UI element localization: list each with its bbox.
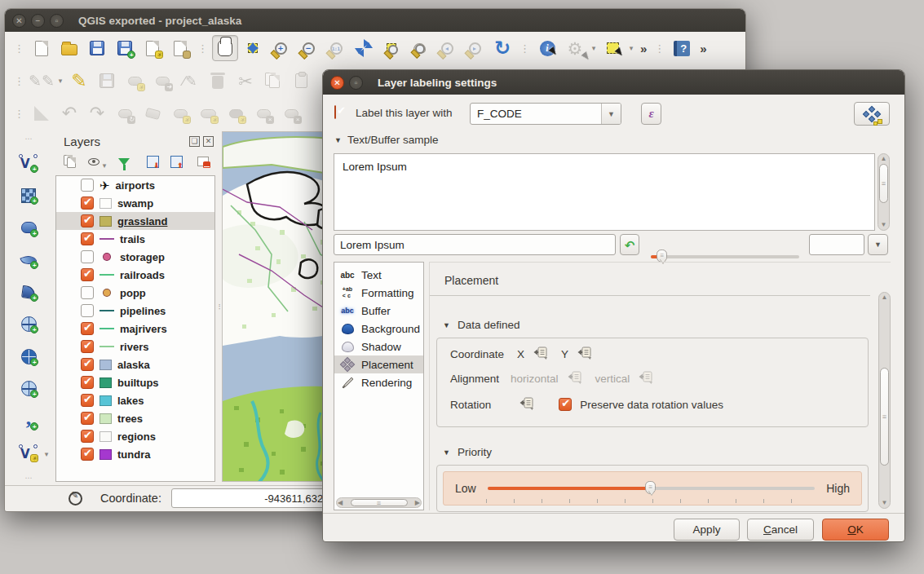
zoom-last-icon[interactable]: ◂ bbox=[434, 35, 460, 61]
add-ring-icon[interactable]: ✳ bbox=[167, 100, 193, 126]
close-panel-icon[interactable]: ✕ bbox=[203, 136, 214, 147]
scrollbar-thumb[interactable] bbox=[880, 368, 889, 466]
new-shapefile-layer-icon[interactable]: ✳▾ bbox=[16, 442, 41, 466]
save-project-icon[interactable] bbox=[84, 35, 110, 61]
layer-item[interactable]: pipelines bbox=[56, 302, 214, 320]
automated-placement-settings-button[interactable] bbox=[854, 102, 890, 126]
layer-checkbox[interactable] bbox=[81, 214, 94, 227]
scroll-right-icon[interactable]: ▶ bbox=[415, 499, 420, 507]
tab-list-hscrollbar[interactable]: ◀ ▶ bbox=[336, 497, 422, 508]
chevron-down-icon[interactable]: ▾ bbox=[627, 44, 635, 52]
ok-button[interactable]: OK bbox=[822, 519, 889, 541]
expand-all-icon[interactable]: ⬇ bbox=[144, 153, 161, 170]
zoom-out-icon[interactable]: − bbox=[295, 35, 321, 61]
close-icon[interactable]: ✕ bbox=[330, 76, 344, 90]
simplify-feature-icon[interactable] bbox=[139, 100, 166, 126]
remove-layer-icon[interactable] bbox=[195, 153, 211, 170]
coordinate-capture-icon[interactable] bbox=[69, 492, 82, 506]
tab-text[interactable]: abc Text bbox=[334, 266, 423, 284]
tab-rendering[interactable]: Rendering bbox=[334, 373, 423, 391]
identify-features-icon[interactable]: i bbox=[534, 35, 560, 61]
layer-item[interactable]: tundra bbox=[56, 445, 214, 463]
layer-checkbox[interactable] bbox=[81, 394, 94, 407]
redo-icon[interactable]: ↷ bbox=[84, 100, 110, 126]
collapse-all-icon[interactable]: ⬆ bbox=[168, 153, 184, 170]
layer-item-selected[interactable]: grassland bbox=[56, 212, 214, 230]
layer-item[interactable]: railroads bbox=[56, 266, 214, 284]
zoom-in-icon[interactable]: + bbox=[267, 35, 294, 61]
add-mssql-layer-icon[interactable]: + bbox=[16, 280, 41, 304]
toolbar-overflow-icon[interactable]: » bbox=[637, 42, 650, 55]
run-feature-action-icon[interactable]: ⚙ bbox=[562, 35, 588, 61]
toolbar-handle[interactable]: ⋯ bbox=[23, 135, 35, 143]
layer-item[interactable]: trails bbox=[56, 230, 214, 248]
delete-part-icon[interactable]: × bbox=[278, 100, 304, 126]
filter-legend-icon[interactable] bbox=[116, 153, 132, 170]
tab-buffer[interactable]: abc Buffer bbox=[334, 302, 423, 320]
add-wfs-layer-icon[interactable]: + bbox=[16, 378, 41, 401]
zoom-to-layer-icon[interactable] bbox=[406, 35, 432, 61]
zoom-native-icon[interactable]: 1:1 bbox=[323, 35, 349, 61]
add-wcs-layer-icon[interactable]: + bbox=[16, 345, 41, 369]
layer-item[interactable]: trees bbox=[56, 409, 214, 427]
layer-item[interactable]: popp bbox=[56, 284, 214, 302]
tab-shadow[interactable]: Shadow bbox=[334, 338, 423, 355]
panel-scrollbar[interactable]: ▲ ▼ bbox=[878, 292, 891, 509]
maximize-icon[interactable]: ▫ bbox=[50, 14, 64, 28]
toolbar-handle[interactable]: ⋮ bbox=[195, 42, 210, 55]
data-defined-override-icon[interactable] bbox=[577, 347, 592, 362]
layer-checkbox[interactable] bbox=[81, 268, 94, 281]
help-contents-icon[interactable]: ? bbox=[669, 35, 695, 61]
delete-selected-icon[interactable] bbox=[205, 68, 231, 94]
new-composer-icon[interactable]: ✳ bbox=[139, 35, 166, 61]
expression-builder-button[interactable]: ε bbox=[641, 103, 661, 125]
toolbar-handle[interactable]: ⋮ bbox=[11, 108, 27, 120]
layer-checkbox[interactable] bbox=[81, 430, 94, 443]
layer-item[interactable]: ✈airports bbox=[56, 176, 214, 194]
sample-text-input[interactable] bbox=[334, 234, 616, 255]
pan-to-selection-icon[interactable] bbox=[240, 35, 266, 61]
scroll-up-icon[interactable]: ▲ bbox=[881, 155, 887, 163]
toolbar-overflow-icon[interactable]: » bbox=[696, 42, 710, 55]
add-wms-layer-icon[interactable]: + bbox=[16, 313, 41, 337]
data-defined-override-icon[interactable] bbox=[519, 397, 534, 413]
layer-checkbox[interactable] bbox=[81, 322, 94, 335]
cut-features-icon[interactable]: ✂ bbox=[232, 68, 259, 94]
data-defined-override-icon[interactable] bbox=[567, 371, 582, 386]
delete-ring-icon[interactable]: × bbox=[250, 100, 276, 126]
zoom-next-icon[interactable]: ▸ bbox=[462, 35, 488, 61]
tab-formatting[interactable]: +ab< c Formatting bbox=[334, 284, 423, 302]
slider-handle[interactable] bbox=[657, 249, 667, 263]
dialog-titlebar[interactable]: ✕ ▫ Layer labeling settings bbox=[323, 70, 904, 95]
manage-layer-visibility-icon[interactable]: ▾ bbox=[86, 153, 102, 170]
reset-sample-button[interactable]: ↶ bbox=[620, 234, 639, 255]
collapse-triangle-icon[interactable]: ▼ bbox=[443, 321, 450, 329]
layer-checkbox[interactable] bbox=[81, 340, 94, 353]
layer-checkbox[interactable] bbox=[81, 286, 94, 299]
layer-item[interactable]: swamp bbox=[56, 194, 214, 212]
layer-checkbox[interactable] bbox=[81, 358, 94, 371]
main-titlebar[interactable]: ✕ − ▫ QGIS exported - project_alaska bbox=[5, 9, 745, 32]
chevron-down-icon[interactable]: ▾ bbox=[56, 77, 64, 85]
pan-map-icon[interactable] bbox=[212, 35, 238, 61]
composer-manager-icon[interactable] bbox=[167, 35, 193, 61]
slider-handle[interactable] bbox=[645, 481, 656, 494]
layer-item[interactable]: builtups bbox=[56, 373, 214, 391]
current-edits-icon[interactable]: ✎✎ bbox=[29, 68, 55, 94]
cad-tools-icon[interactable] bbox=[29, 100, 55, 126]
chevron-down-icon[interactable]: ▾ bbox=[590, 44, 598, 52]
add-delimited-text-layer-icon[interactable]: ,+ bbox=[16, 409, 41, 433]
coordinate-input[interactable] bbox=[171, 488, 347, 508]
refresh-map-icon[interactable]: ↻ bbox=[489, 35, 515, 61]
toolbar-handle[interactable]: ⋮ bbox=[11, 75, 27, 87]
float-panel-icon[interactable]: ❏ bbox=[189, 136, 200, 147]
scroll-down-icon[interactable]: ▼ bbox=[881, 221, 887, 229]
open-project-icon[interactable] bbox=[56, 35, 82, 61]
add-feature-icon[interactable]: ✳ bbox=[122, 68, 148, 94]
scroll-left-icon[interactable]: ◀ bbox=[338, 499, 343, 507]
data-defined-override-icon[interactable] bbox=[638, 371, 653, 386]
add-part-icon[interactable]: ✳ bbox=[195, 100, 221, 126]
layer-checkbox[interactable] bbox=[81, 304, 94, 317]
layer-checkbox[interactable] bbox=[81, 412, 94, 425]
scroll-down-icon[interactable]: ▼ bbox=[882, 499, 888, 507]
